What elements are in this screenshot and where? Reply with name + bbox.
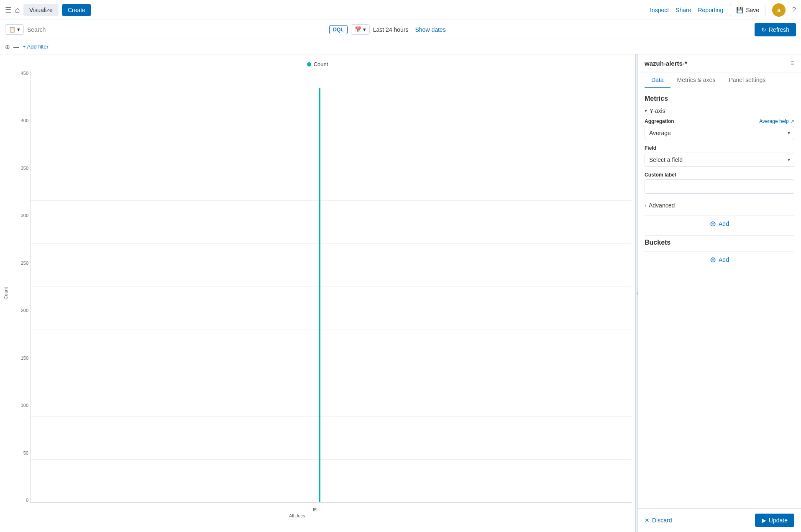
buckets-section-title: Buckets: [645, 239, 794, 246]
y-tick: 250: [15, 261, 28, 266]
discard-button[interactable]: ✕ Discard: [645, 517, 672, 524]
chart-bar: [319, 88, 320, 502]
panel-tabs: Data Metrics & axes Panel settings: [638, 72, 801, 88]
tab-data[interactable]: Data: [645, 72, 670, 88]
save-icon: 💾: [736, 7, 743, 13]
chevron-down-icon: ▾: [645, 108, 647, 114]
average-help-link[interactable]: Average help ↗: [759, 118, 794, 124]
add-circle-icon: ⊕: [710, 255, 716, 264]
y-tick: 100: [15, 403, 28, 408]
filter-icon[interactable]: ⊕: [5, 43, 10, 50]
tab-metrics-axes[interactable]: Metrics & axes: [670, 72, 722, 88]
x-axis-label: All docs: [289, 513, 305, 518]
panel-header: wazuh-alerts-* ≡: [638, 54, 801, 72]
add-metrics-row[interactable]: ⊕ Add: [645, 215, 794, 232]
chart-wrapper: Count 450 400 350 300 250 200 150 100 50…: [3, 71, 632, 515]
buckets-section: Buckets ⊕ Add: [645, 239, 794, 268]
field-row: Field Select a field ▾: [645, 145, 794, 167]
advanced-row[interactable]: › Advanced: [645, 199, 794, 212]
custom-label-row: Custom label: [645, 172, 794, 194]
aggregation-select[interactable]: Count Average Sum Min Max: [645, 126, 794, 140]
time-range-label: Last 24 hours: [373, 26, 409, 33]
y-tick: 350: [15, 166, 28, 171]
index-icon: 📋: [9, 26, 15, 33]
share-link[interactable]: Share: [676, 7, 691, 13]
save-button[interactable]: 💾 Save: [730, 4, 765, 16]
inspect-link[interactable]: Inspect: [650, 7, 669, 13]
y-tick: 300: [15, 213, 28, 218]
index-selector[interactable]: 📋 ▾: [5, 24, 24, 35]
advanced-label: Advanced: [649, 202, 675, 209]
add-buckets-row[interactable]: ⊕ Add: [645, 251, 794, 268]
y-tick: 400: [15, 118, 28, 123]
panel-footer: ✕ Discard ▶ Update: [638, 508, 801, 532]
add-buckets-label: Add: [719, 256, 729, 263]
help-icon[interactable]: ?: [792, 6, 796, 14]
chevron-down-icon: ▾: [363, 26, 366, 33]
panel-menu-icon[interactable]: ≡: [791, 59, 794, 67]
y-tick: 0: [15, 498, 28, 503]
nav-right: Inspect Share Reporting 💾 Save a ?: [650, 3, 796, 17]
reporting-link[interactable]: Reporting: [698, 7, 723, 13]
refresh-icon: ↻: [761, 26, 766, 33]
filter-minus-icon[interactable]: —: [13, 43, 19, 50]
x-icon: ✕: [645, 517, 650, 524]
field-select[interactable]: Select a field: [645, 153, 794, 167]
custom-label-input[interactable]: [645, 179, 794, 194]
chart-area: Count Count 450 400 350 300 250 200 150 …: [0, 54, 635, 532]
chevron-down-icon: ▾: [17, 26, 20, 33]
panel-title: wazuh-alerts-*: [645, 60, 687, 67]
calendar-icon: 📅: [355, 26, 361, 33]
right-panel: wazuh-alerts-* ≡ Data Metrics & axes Pan…: [638, 54, 801, 532]
y-tick: 50: [15, 450, 28, 455]
add-circle-icon: ⊕: [710, 219, 716, 228]
chevron-right-icon: ›: [645, 202, 646, 208]
y-tick: 450: [15, 71, 28, 76]
menu-icon[interactable]: ☰: [5, 5, 12, 15]
x-axis-icon: ⊞: [313, 507, 317, 512]
home-icon[interactable]: ⌂: [15, 5, 20, 15]
aggregation-select-wrapper: Count Average Sum Min Max ▾: [645, 126, 794, 140]
legend-label: Count: [314, 61, 328, 67]
y-axis-label: Count: [3, 287, 8, 299]
add-metrics-label: Add: [719, 220, 729, 227]
y-tick: 150: [15, 356, 28, 361]
tab-visualize[interactable]: Visualize: [23, 4, 59, 16]
metrics-section-title: Metrics: [645, 95, 794, 102]
chart-legend: Count: [3, 61, 632, 67]
tab-create[interactable]: Create: [62, 4, 91, 16]
add-filter-button[interactable]: + Add filter: [23, 43, 49, 50]
search-input[interactable]: [27, 26, 326, 33]
y-axis-label: Y-axis: [650, 107, 665, 114]
y-axis: 450 400 350 300 250 200 150 100 50 0: [15, 71, 28, 503]
refresh-button[interactable]: ↻ Refresh: [755, 23, 796, 36]
custom-label-label: Custom label: [645, 172, 794, 178]
aggregation-row: Aggregation Average help ↗ Count Average…: [645, 118, 794, 140]
dql-badge[interactable]: DQL: [329, 25, 347, 34]
top-nav: ☰ ⌂ Visualize Create Inspect Share Repor…: [0, 0, 801, 20]
main-layout: Count Count 450 400 350 300 250 200 150 …: [0, 54, 801, 532]
y-axis-subsection[interactable]: ▾ Y-axis: [645, 107, 794, 114]
panel-body: Metrics ▾ Y-axis Aggregation Average hel…: [638, 88, 801, 508]
field-select-wrapper: Select a field ▾: [645, 153, 794, 167]
filter-bar: ⊕ — + Add filter: [0, 39, 801, 54]
date-picker-button[interactable]: 📅 ▾: [351, 24, 370, 35]
show-dates-link[interactable]: Show dates: [415, 26, 446, 33]
tab-panel-settings[interactable]: Panel settings: [722, 72, 772, 88]
play-icon: ▶: [762, 517, 766, 524]
aggregation-label: Aggregation Average help ↗: [645, 118, 794, 124]
y-tick: 200: [15, 308, 28, 313]
search-bar: 📋 ▾ DQL 📅 ▾ Last 24 hours Show dates ↻ R…: [0, 20, 801, 39]
legend-dot: [307, 62, 311, 66]
field-label: Field: [645, 145, 794, 151]
chart-plot: ⊞ All docs: [30, 71, 632, 503]
update-button[interactable]: ▶ Update: [755, 514, 794, 527]
chart-inner: 450 400 350 300 250 200 150 100 50 0: [15, 71, 632, 515]
avatar[interactable]: a: [772, 3, 786, 17]
